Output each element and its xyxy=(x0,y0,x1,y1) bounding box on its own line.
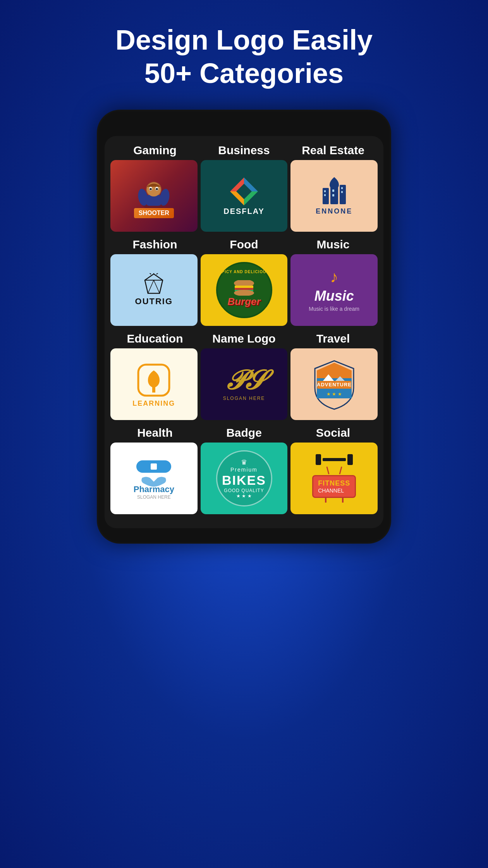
svg-rect-20 xyxy=(324,194,326,196)
svg-rect-19 xyxy=(324,190,326,192)
svg-rect-16 xyxy=(323,188,329,204)
phone-notch xyxy=(217,121,271,132)
logo-namelogo[interactable]: 𝒫𝒮 SLOGAN HERE xyxy=(201,348,288,420)
svg-rect-24 xyxy=(341,187,343,189)
svg-line-28 xyxy=(148,280,154,293)
svg-line-31 xyxy=(149,273,151,274)
logo-business[interactable]: DESFLAY xyxy=(201,160,288,232)
food-spicy-text: SPICY AND DELICIOUS xyxy=(219,270,269,274)
phone-screen: Gaming Business Real Estate xyxy=(105,136,383,528)
logo-social[interactable]: FITNESS CHANNEL xyxy=(290,443,378,514)
svg-line-32 xyxy=(156,273,158,274)
social-channel-text: CHANNEL xyxy=(318,487,350,494)
headline-line2: 50+ Categories xyxy=(144,58,344,89)
label-gaming: Gaming xyxy=(110,144,199,157)
namelogo-logo-text: 𝒫𝒮 xyxy=(225,367,263,394)
label-education: Education xyxy=(110,332,199,345)
svg-rect-23 xyxy=(332,194,334,196)
education-logo-text: LEARNING xyxy=(132,400,175,408)
category-section-row1: Gaming Business Real Estate xyxy=(110,144,378,232)
label-food: Food xyxy=(199,238,289,251)
badge-stars: ★ ★ ★ xyxy=(236,493,252,499)
label-social: Social xyxy=(289,426,378,439)
svg-text:ADVENTURE: ADVENTURE xyxy=(317,382,352,388)
label-health: Health xyxy=(110,426,199,439)
badge-logo-text: BIKES xyxy=(222,473,266,488)
category-section-row4: Health Badge Social xyxy=(110,426,378,514)
label-music: Music xyxy=(289,238,378,251)
food-logo-text: Burger xyxy=(227,296,260,308)
health-slogan: SLOGAN HERE xyxy=(137,494,171,500)
logo-travel[interactable]: ADVENTURE ★ ★ ★ xyxy=(290,348,378,420)
logo-health[interactable]: Pharmacy SLOGAN HERE xyxy=(110,443,198,514)
realestate-logo-text: ENNONE xyxy=(316,207,352,215)
namelogo-slogan: SLOGAN HERE xyxy=(223,396,265,401)
svg-point-8 xyxy=(149,188,152,190)
logo-fashion[interactable]: OUTRIG xyxy=(110,254,198,326)
social-fitness-text: FITNESS xyxy=(318,479,350,487)
label-business: Business xyxy=(199,144,289,157)
label-realestate: Real Estate xyxy=(289,144,378,157)
gaming-logo-text: SHOOTER xyxy=(134,208,174,218)
svg-rect-47 xyxy=(151,463,157,470)
label-namelogo: Name Logo xyxy=(199,332,289,345)
page-headline: Design Logo Easily 50+ Categories xyxy=(115,23,373,90)
music-logo-text: Music xyxy=(314,288,354,304)
svg-point-9 xyxy=(156,188,158,190)
health-logo-text: Pharmacy xyxy=(134,484,174,494)
badge-crown-icon: ♛ xyxy=(241,458,247,467)
fashion-logo-text: OUTRIG xyxy=(135,296,173,307)
label-travel: Travel xyxy=(289,332,378,345)
music-note-icon: ♪ xyxy=(330,268,338,286)
category-section-row3: Education Name Logo Travel xyxy=(110,332,378,420)
headline-line1: Design Logo Easily xyxy=(115,24,373,55)
logo-education[interactable]: LEARNING xyxy=(110,348,198,420)
svg-rect-25 xyxy=(341,191,343,193)
svg-text:★ ★ ★: ★ ★ ★ xyxy=(326,391,342,397)
svg-rect-4 xyxy=(146,195,162,206)
svg-line-29 xyxy=(154,280,160,293)
badge-quality-text: GOOD QUALITY xyxy=(224,488,264,493)
business-logo-text: DESFLAY xyxy=(223,207,265,216)
logo-gaming[interactable]: SHOOTER xyxy=(110,160,198,232)
logo-realestate[interactable]: ENNONE xyxy=(290,160,378,232)
label-fashion: Fashion xyxy=(110,238,199,251)
svg-rect-34 xyxy=(235,286,253,288)
logo-badge[interactable]: ♛ Premium BIKES GOOD QUALITY ★ ★ ★ xyxy=(201,443,288,514)
badge-premium-text: Premium xyxy=(230,467,258,473)
logo-food[interactable]: SPICY AND DELICIOUS Burger xyxy=(201,254,288,326)
svg-rect-39 xyxy=(152,387,155,393)
svg-marker-26 xyxy=(145,274,163,293)
logo-music[interactable]: ♪ Music Music is like a dream xyxy=(290,254,378,326)
label-badge: Badge xyxy=(199,426,289,439)
svg-rect-22 xyxy=(332,189,334,192)
phone-mockup: Gaming Business Real Estate xyxy=(97,110,391,544)
category-section-row2: Fashion Food Music xyxy=(110,238,378,326)
svg-rect-35 xyxy=(235,288,253,290)
music-sub-text: Music is like a dream xyxy=(309,306,359,312)
